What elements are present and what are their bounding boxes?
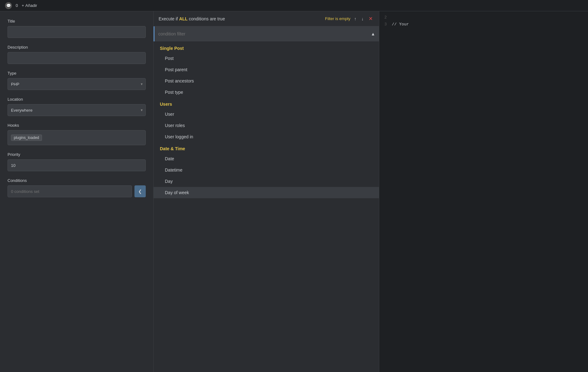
location-select[interactable]: Everywhere Frontend Backend Admin: [8, 104, 146, 116]
category-single-post: Single Post: [154, 42, 379, 53]
plus-icon: +: [22, 3, 24, 8]
item-datetime[interactable]: Datetime: [154, 164, 379, 176]
item-post-parent[interactable]: Post parent: [154, 64, 379, 75]
add-label: Añadir: [25, 3, 37, 8]
code-line-2: 2: [379, 14, 588, 21]
description-input[interactable]: [8, 52, 146, 64]
condition-filter-input[interactable]: [158, 31, 371, 36]
condition-filter-input-wrapper: ▲: [155, 26, 379, 41]
location-select-wrapper: Everywhere Frontend Backend Admin ▾: [8, 104, 146, 116]
filter-up-button[interactable]: ↑: [353, 16, 358, 22]
item-post-type[interactable]: Post type: [154, 87, 379, 98]
conditions-field-group: Conditions ❮: [8, 178, 146, 197]
conditions-label: Conditions: [8, 178, 146, 183]
item-day-of-week[interactable]: Day of week: [154, 187, 379, 198]
type-select-wrapper: PHP JavaScript CSS ▾: [8, 78, 146, 90]
title-field-group: Title: [8, 19, 146, 38]
execute-suffix: conditions are true: [188, 16, 225, 21]
description-label: Description: [8, 45, 146, 50]
left-panel: Title Description Type PHP JavaScript CS…: [0, 11, 154, 372]
condition-panel: Execute if ALL conditions are true Filte…: [154, 11, 379, 372]
title-label: Title: [8, 19, 146, 24]
code-editor-panel: 2 3 // Your: [379, 11, 588, 372]
filter-status: Filter is empty ↑ ↓ ✕: [325, 15, 374, 22]
hooks-container: plugins_loaded: [8, 130, 146, 145]
execute-all: ALL: [179, 16, 187, 21]
priority-label: Priority: [8, 152, 146, 157]
priority-input[interactable]: [8, 159, 146, 171]
code-line-3: 3 // Your: [379, 21, 588, 28]
execute-bar: Execute if ALL conditions are true Filte…: [154, 11, 379, 26]
priority-field-group: Priority: [8, 152, 146, 171]
category-date-time: Date & Time: [154, 142, 379, 153]
filter-empty-text: Filter is empty: [325, 16, 350, 21]
execute-text: Execute if ALL conditions are true: [159, 16, 225, 21]
comment-count: 0: [16, 3, 18, 8]
item-post-ancestors[interactable]: Post ancestors: [154, 75, 379, 87]
hooks-label: Hooks: [8, 123, 146, 128]
hook-tag[interactable]: plugins_loaded: [11, 135, 42, 141]
execute-prefix: Execute if: [159, 16, 179, 21]
condition-filter-chevron[interactable]: ▲: [371, 31, 375, 36]
item-date[interactable]: Date: [154, 153, 379, 164]
conditions-row: ❮: [8, 185, 146, 197]
line-number-3: 3: [379, 22, 392, 27]
conditions-button[interactable]: ❮: [134, 185, 146, 197]
top-bar: 💬 0 + Añadir: [0, 0, 588, 11]
type-select[interactable]: PHP JavaScript CSS: [8, 78, 146, 90]
filter-down-button[interactable]: ↓: [360, 16, 365, 22]
item-user-roles[interactable]: User roles: [154, 120, 379, 131]
hooks-field-group: Hooks plugins_loaded: [8, 123, 146, 145]
title-input[interactable]: [8, 26, 146, 38]
line-number-2: 2: [379, 15, 392, 20]
filter-close-button[interactable]: ✕: [367, 15, 374, 22]
category-users: Users: [154, 98, 379, 109]
location-field-group: Location Everywhere Frontend Backend Adm…: [8, 97, 146, 116]
description-field-group: Description: [8, 45, 146, 64]
bubble-icon: 💬: [5, 2, 12, 9]
condition-filter-row: ▲: [154, 26, 379, 41]
main-layout: Title Description Type PHP JavaScript CS…: [0, 11, 588, 372]
type-field-group: Type PHP JavaScript CSS ▾: [8, 71, 146, 90]
add-button[interactable]: + Añadir: [22, 3, 37, 8]
line-content-3: // Your: [392, 22, 409, 27]
type-label: Type: [8, 71, 146, 76]
item-day[interactable]: Day: [154, 176, 379, 187]
item-post[interactable]: Post: [154, 53, 379, 64]
item-user[interactable]: User: [154, 109, 379, 120]
location-label: Location: [8, 97, 146, 102]
item-user-logged-in[interactable]: User logged in: [154, 131, 379, 142]
dropdown-list: Single Post Post Post parent Post ancest…: [154, 42, 379, 198]
conditions-input[interactable]: [8, 185, 132, 197]
